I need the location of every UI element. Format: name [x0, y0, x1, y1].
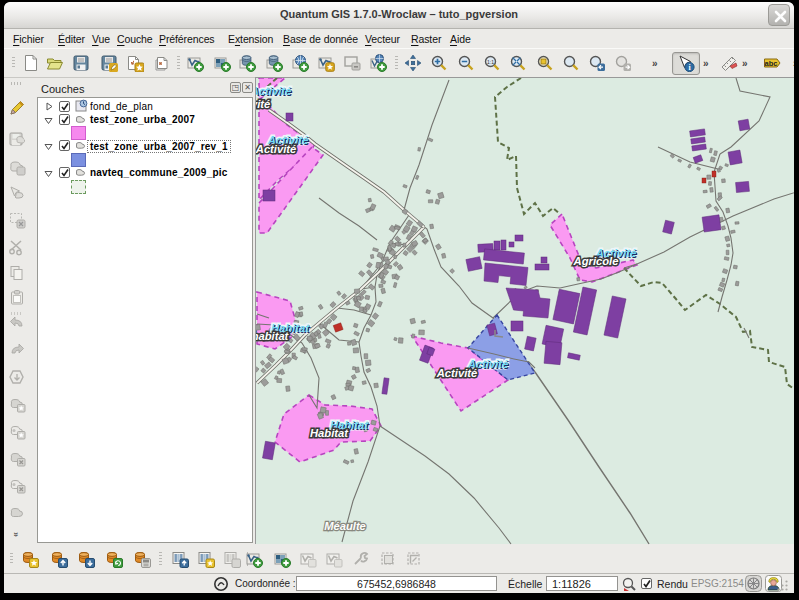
svg-text:Agricole: Agricole	[573, 255, 619, 267]
svg-text:Activité: Activité	[256, 98, 270, 110]
svg-text:Activité: Activité	[256, 85, 291, 97]
svg-text:Méaulte: Méaulte	[324, 520, 366, 532]
svg-text:Activité: Activité	[436, 367, 477, 379]
svg-text:Habitat: Habitat	[310, 427, 349, 439]
svg-text:habitat: habitat	[256, 330, 290, 342]
svg-text:Activité: Activité	[256, 143, 296, 155]
